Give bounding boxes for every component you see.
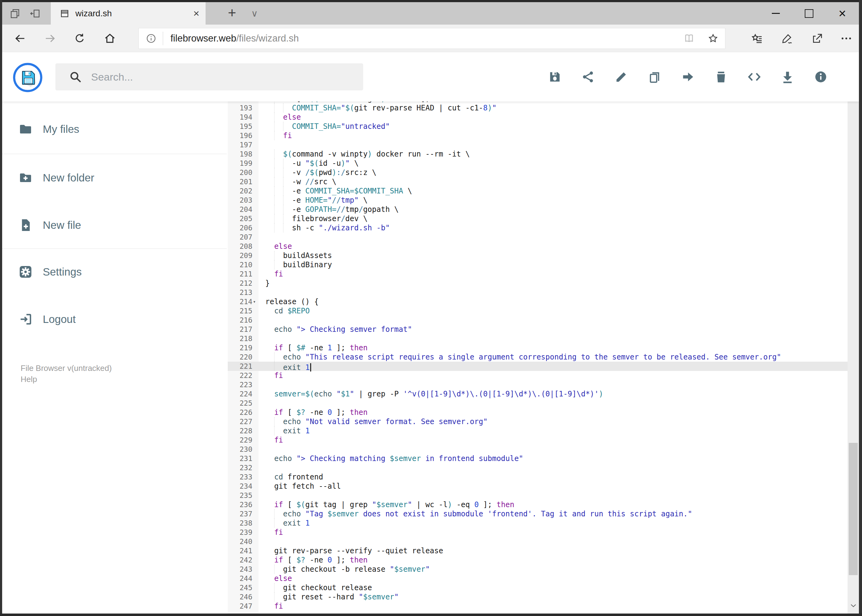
sidebar-item-logout[interactable]: Logout xyxy=(2,305,202,334)
code-line[interactable]: 202 -e COMMIT_SHA=$COMMIT_SHA \ xyxy=(228,186,848,196)
code-text[interactable]: if [ $? -ne 0 ]; then xyxy=(265,408,848,417)
window-close-button[interactable]: × xyxy=(826,2,859,25)
code-line[interactable]: 232 xyxy=(228,463,848,472)
tab-close-icon[interactable]: × xyxy=(187,7,206,19)
code-text[interactable]: else xyxy=(265,574,848,583)
code-text[interactable]: release () { xyxy=(265,297,848,306)
code-text[interactable]: exit 1 xyxy=(265,361,848,371)
code-text[interactable]: -v /$(pwd):/src:z \ xyxy=(265,168,848,177)
code-line[interactable]: 196 fi xyxy=(228,131,848,140)
code-line[interactable]: 221 exit 1 xyxy=(228,361,848,371)
code-editor[interactable]: 192 if [ "$(command -v git)" != "" ]; th… xyxy=(228,102,848,614)
code-line[interactable]: 238 exit 1 xyxy=(228,519,848,528)
favorites-hub-icon[interactable] xyxy=(744,25,770,52)
code-text[interactable]: fi xyxy=(265,528,848,537)
code-line[interactable]: 212} xyxy=(228,279,848,288)
code-text[interactable]: git rev-parse --verify --quiet release xyxy=(265,546,848,555)
code-line[interactable]: 220 echo "This release script requires a… xyxy=(228,352,848,361)
delete-button[interactable] xyxy=(704,58,738,95)
code-text[interactable]: if [ $? -ne 0 ]; then xyxy=(265,555,848,565)
minimize-button[interactable] xyxy=(759,2,793,25)
code-line[interactable]: 193 COMMIT_SHA="$(git rev-parse HEAD | c… xyxy=(228,103,848,113)
code-text[interactable]: fi xyxy=(265,435,848,445)
page-scrollbar[interactable] xyxy=(848,52,859,614)
code-line[interactable]: 215 cd $REPO xyxy=(228,306,848,316)
code-text[interactable]: git checkout release xyxy=(265,583,848,592)
code-line[interactable]: 203 -e HOME="//tmp" \ xyxy=(228,196,848,205)
scroll-down-icon[interactable] xyxy=(848,599,859,612)
code-text[interactable]: exit 1 xyxy=(265,519,848,528)
code-text[interactable] xyxy=(265,491,848,500)
code-text[interactable] xyxy=(265,334,848,343)
set-tabs-aside-icon[interactable] xyxy=(28,2,42,25)
save-button[interactable] xyxy=(538,58,572,95)
code-text[interactable]: COMMIT_SHA="untracked" xyxy=(265,122,848,131)
code-text[interactable]: else xyxy=(265,113,848,122)
code-text[interactable] xyxy=(265,537,848,546)
code-text[interactable]: fi xyxy=(265,131,848,140)
code-line[interactable]: 204 -e GOPATH=//tmp/gopath \ xyxy=(228,205,848,214)
code-text[interactable]: else xyxy=(265,242,848,251)
code-line[interactable]: 214▾release () { xyxy=(228,297,848,306)
code-line[interactable]: 208 else xyxy=(228,242,848,251)
code-text[interactable]: echo "> Checking semver format" xyxy=(265,325,848,334)
copy-button[interactable] xyxy=(638,58,671,95)
tab-preview-chevron-icon[interactable]: ∨ xyxy=(245,2,264,25)
url-field[interactable]: filebrowser.web/files/wizard.sh xyxy=(139,28,725,49)
refresh-button[interactable] xyxy=(68,25,92,52)
new-tab-button[interactable]: + xyxy=(221,2,243,25)
code-text[interactable]: fi xyxy=(265,371,848,380)
code-line[interactable]: 199 -u "$(id -u)" \ xyxy=(228,159,848,168)
move-button[interactable] xyxy=(671,58,704,95)
fold-marker-icon[interactable]: ▾ xyxy=(253,297,258,306)
code-text[interactable]: filebrowser/dev \ xyxy=(265,214,848,223)
code-text[interactable]: git fetch --all xyxy=(265,482,848,491)
search-box[interactable] xyxy=(55,63,363,90)
code-text[interactable]: exit 1 xyxy=(265,426,848,435)
code-line[interactable]: 247 fi xyxy=(228,602,848,611)
info-button[interactable] xyxy=(804,58,837,95)
code-line[interactable]: 211 fi xyxy=(228,269,848,279)
code-text[interactable]: sh -c "./wizard.sh -b" xyxy=(265,223,848,233)
code-line[interactable]: 200 -v /$(pwd):/src:z \ xyxy=(228,168,848,177)
code-line[interactable]: 241 git rev-parse --verify --quiet relea… xyxy=(228,546,848,555)
code-line[interactable]: 226 if [ $? -ne 0 ]; then xyxy=(228,408,848,417)
back-button[interactable] xyxy=(8,25,32,52)
scrollbar-thumb[interactable] xyxy=(849,443,858,575)
code-line[interactable]: 213 xyxy=(228,288,848,297)
code-text[interactable]: cd frontend xyxy=(265,472,848,482)
code-line[interactable]: 210 buildBinary xyxy=(228,260,848,269)
code-line[interactable]: 246 git reset --hard "$semver" xyxy=(228,592,848,602)
code-text[interactable]: -u "$(id -u)" \ xyxy=(265,159,848,168)
code-text[interactable]: -e HOME="//tmp" \ xyxy=(265,196,848,205)
code-line[interactable]: 227 echo "Not valid semver format. See s… xyxy=(228,417,848,426)
code-line[interactable]: 197 xyxy=(228,140,848,149)
annotate-pen-icon[interactable] xyxy=(774,25,801,52)
code-line[interactable]: 245 git checkout release xyxy=(228,583,848,592)
help-link[interactable]: Help xyxy=(20,375,37,384)
code-line[interactable]: 207 xyxy=(228,233,848,242)
code-text[interactable]: } xyxy=(265,279,848,288)
share-page-icon[interactable] xyxy=(804,25,830,52)
code-line[interactable]: 243 git checkout -b release "$semver" xyxy=(228,565,848,574)
code-text[interactable]: semver=$(echo "$1" | grep -P '^v(0|[1-9]… xyxy=(265,389,848,399)
code-text[interactable]: echo "Not valid semver format. See semve… xyxy=(265,417,848,426)
code-text[interactable] xyxy=(265,233,848,242)
code-text[interactable]: COMMIT_SHA="$(git rev-parse HEAD | cut -… xyxy=(265,103,848,113)
maximize-button[interactable] xyxy=(793,2,826,25)
code-line[interactable]: 223 xyxy=(228,380,848,389)
code-line[interactable]: 218 xyxy=(228,334,848,343)
code-line[interactable]: 224 semver=$(echo "$1" | grep -P '^v(0|[… xyxy=(228,389,848,399)
download-button[interactable] xyxy=(771,58,804,95)
code-text[interactable]: $(command -v winpty) docker run --rm -it… xyxy=(265,149,848,159)
code-text[interactable]: if [ $# -ne 1 ]; then xyxy=(265,343,848,352)
filebrowser-logo[interactable] xyxy=(13,63,43,92)
code-line[interactable]: 231 echo "> Checking matching $semver in… xyxy=(228,454,848,463)
code-line[interactable]: 235 xyxy=(228,491,848,500)
code-text[interactable]: cd $REPO xyxy=(265,306,848,316)
code-text[interactable] xyxy=(265,463,848,472)
code-text[interactable]: buildAssets xyxy=(265,251,848,260)
search-input[interactable] xyxy=(90,71,363,83)
code-text[interactable]: -w //src \ xyxy=(265,177,848,186)
forward-button[interactable] xyxy=(38,25,63,52)
